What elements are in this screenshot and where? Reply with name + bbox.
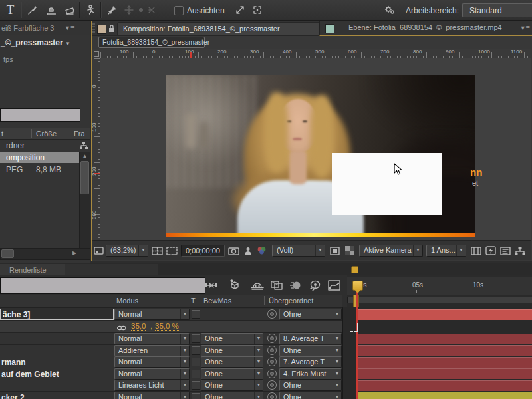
blend-mode-dropdown[interactable]: Lineares Licht▼ — [114, 380, 190, 391]
snapshot-camera-icon[interactable] — [228, 246, 239, 255]
lock-icon[interactable] — [108, 24, 116, 33]
region-of-interest-icon[interactable] — [166, 246, 178, 256]
layer-row[interactable]: Normal▼Ohne▼8. Average T▼ — [0, 333, 342, 345]
show-channels-icon[interactable] — [256, 246, 268, 255]
track-matte-dropdown[interactable]: Ohne▼ — [201, 368, 263, 380]
column-size[interactable]: Größe — [36, 130, 57, 138]
view-layout-dropdown[interactable]: 1 Ans...▼ — [426, 245, 466, 257]
toggle-mask-visibility-icon[interactable] — [471, 247, 481, 255]
scroll-up-icon[interactable]: ▲ — [80, 152, 90, 160]
parent-dropdown[interactable]: Ohne▼ — [279, 309, 342, 320]
track-matte-dropdown[interactable]: Ohne▼ — [201, 380, 263, 391]
track-matte-dropdown[interactable]: Ohne▼ — [201, 392, 263, 399]
project-row-composition[interactable]: omposition — [0, 152, 79, 163]
vertical-ruler[interactable]: 0100200300400 — [92, 58, 101, 240]
layer-duration-bar[interactable] — [357, 368, 532, 379]
parent-pickwhip-icon[interactable] — [267, 309, 277, 319]
puppet-pin-tool-button[interactable] — [82, 1, 100, 19]
parent-pickwhip-icon[interactable] — [267, 334, 277, 343]
region-corners-button[interactable] — [249, 1, 265, 19]
preserve-transparency-checkbox[interactable] — [192, 370, 200, 378]
layer-row[interactable]: auf dem GebietNormal▼Ohne▼4. Erika Must▼ — [0, 368, 342, 380]
blend-mode-dropdown[interactable]: Normal▼ — [114, 356, 190, 368]
white-solid-layer[interactable] — [332, 153, 442, 215]
column-fra[interactable]: Fra — [74, 130, 85, 138]
layer-row[interactable]: cker 2Normal▼Ohne▼Ohne▼ — [0, 392, 342, 399]
target-region-icon[interactable] — [330, 247, 340, 255]
parent-pickwhip-icon[interactable] — [267, 357, 277, 366]
preserve-transparency-checkbox[interactable] — [192, 358, 200, 366]
parent-dropdown[interactable]: Ohne▼ — [279, 380, 342, 391]
parent-dropdown[interactable]: 8. Average T▼ — [279, 333, 342, 344]
parent-dropdown[interactable]: Ohne▼ — [279, 345, 342, 356]
layer-duration-bar[interactable] — [357, 392, 532, 399]
layer-row[interactable]: Addieren▼Ohne▼Ohne▼ — [0, 345, 342, 357]
layer-name-edit-field[interactable]: äche 3] — [0, 309, 114, 320]
ruler-corner[interactable] — [92, 49, 101, 59]
preserve-transparency-checkbox[interactable] — [192, 381, 200, 390]
preserve-transparency-checkbox[interactable] — [192, 310, 200, 319]
blend-mode-dropdown[interactable]: Normal▼ — [114, 368, 190, 380]
scale-y-value[interactable]: 35,0 % — [155, 322, 179, 331]
safe-margins-icon[interactable] — [152, 246, 163, 256]
show-snapshot-icon[interactable] — [243, 246, 253, 255]
preserve-transparency-checkbox[interactable] — [192, 346, 200, 355]
comp-flowchart-icon[interactable] — [515, 247, 525, 255]
layer-row[interactable]: Lineares Licht▼Ohne▼Ohne▼ — [0, 380, 342, 392]
parent-pickwhip-icon[interactable] — [267, 369, 277, 378]
eraser-tool-button[interactable] — [61, 1, 78, 19]
scale-x-value[interactable]: 35,0 — [131, 322, 146, 331]
track-matte-dropdown[interactable]: Ohne▼ — [201, 356, 263, 368]
magnification-dropdown[interactable]: (63,2%)▼ — [106, 245, 148, 257]
parent-pickwhip-icon[interactable] — [267, 380, 277, 390]
brush-tool-button[interactable] — [23, 1, 41, 19]
track-matte-dropdown[interactable]: Ohne▼ — [201, 333, 263, 344]
panel-menu-icon[interactable]: ▼≡ — [520, 23, 530, 31]
horizontal-ruler[interactable]: 100010020030040050060070080090010001100 — [100, 49, 531, 59]
timecode-field[interactable]: 0;00;00;00 — [181, 245, 225, 257]
layer-row[interactable]: rmannNormal▼Ohne▼7. Average T▼ — [0, 356, 342, 368]
align-checkbox[interactable] — [174, 6, 184, 15]
parent-dropdown[interactable]: 4. Erika Must▼ — [279, 368, 342, 380]
tab-renderliste[interactable]: Renderliste — [0, 264, 65, 275]
workspace-gear-button[interactable] — [381, 1, 398, 19]
layer-duration-bar[interactable] — [357, 357, 532, 368]
pin-tool-button[interactable] — [103, 1, 121, 19]
layer-duration-bar[interactable] — [357, 334, 532, 344]
layer-duration-bar[interactable] — [357, 380, 532, 391]
parent-dropdown[interactable]: Ohne▼ — [279, 392, 342, 399]
breadcrumb[interactable]: Fotolia_68938154_©_pressmaster — [98, 37, 205, 48]
track-matte-dropdown[interactable]: Ohne▼ — [201, 345, 263, 356]
blend-mode-dropdown[interactable]: Normal▼ — [114, 392, 190, 399]
parent-pickwhip-icon[interactable] — [267, 392, 277, 399]
workspace-dropdown[interactable]: Standard — [462, 3, 532, 17]
fast-preview-icon[interactable] — [485, 246, 496, 255]
parent-dropdown[interactable]: 7. Average T▼ — [279, 356, 342, 368]
resolution-dropdown[interactable]: (Voll)▼ — [272, 245, 325, 257]
parent-pickwhip-icon[interactable] — [267, 346, 277, 355]
scrollbar-thumb[interactable] — [1, 249, 14, 258]
timeline-top-marker[interactable] — [351, 266, 358, 273]
layer-row[interactable]: äche 3]Normal▼Ohne▼ — [0, 309, 342, 321]
blend-mode-dropdown[interactable]: Normal▼ — [114, 309, 190, 320]
project-hscrollbar[interactable]: ▶ — [0, 248, 90, 260]
layer-duration-bar[interactable] — [357, 309, 532, 320]
text-tool-button[interactable]: T — [1, 1, 19, 19]
project-row-footage[interactable]: PEG 8,8 MB — [0, 164, 79, 175]
scroll-right-icon[interactable]: ▶ — [70, 249, 79, 257]
project-search-input[interactable] — [0, 108, 80, 122]
zoom-arrows-button[interactable] — [232, 1, 248, 19]
clone-stamp-tool-button[interactable] — [42, 1, 60, 19]
panel-menu-icon[interactable]: ▼≡ — [65, 23, 74, 31]
project-row-folder[interactable]: rdner — [0, 140, 79, 151]
always-preview-icon[interactable] — [94, 246, 104, 255]
scrollbar-thumb[interactable] — [80, 161, 89, 194]
project-vscrollbar[interactable]: ▲ ▼ — [79, 152, 90, 258]
comp-viewer[interactable]: nn et — [100, 58, 531, 240]
layer-duration-bar[interactable] — [357, 345, 532, 356]
column-type[interactable]: t — [1, 130, 3, 138]
blend-mode-dropdown[interactable]: Normal▼ — [114, 333, 190, 344]
tab-ebene-label[interactable]: Ebene: Fotolia_68938154_©_pressmaster.mp… — [348, 23, 502, 31]
transparency-grid-icon[interactable] — [345, 246, 354, 255]
current-time-indicator-line[interactable] — [356, 282, 358, 399]
